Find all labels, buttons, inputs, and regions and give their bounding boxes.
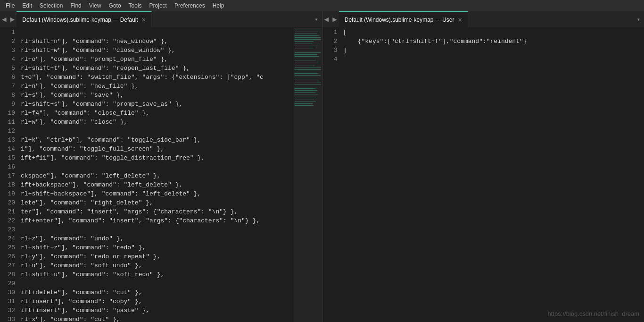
svg-rect-16 (295, 62, 318, 62)
code-line: rl+z"], "command": "undo" }, (21, 234, 294, 243)
line-number: 30 (2, 288, 15, 297)
line-number: 31 (2, 297, 15, 306)
tab-left-dropdown[interactable]: ▾ (311, 16, 322, 23)
line-numbers-left: 1234567891011121314151617181920212223242… (0, 28, 19, 322)
line-number: 33 (2, 315, 15, 322)
code-line: ] (343, 46, 644, 55)
svg-rect-34 (295, 103, 313, 104)
menu-help[interactable]: Help (209, 1, 228, 10)
line-number: 13 (2, 136, 15, 144)
pane-left-prev[interactable]: ◀ (0, 15, 8, 24)
line-number: 3 (2, 46, 15, 55)
svg-rect-17 (295, 64, 321, 64)
line-numbers-right: 1234 (322, 28, 341, 322)
code-line: rl+n"], "command": "new_file" }, (21, 82, 294, 91)
line-number: 21 (2, 207, 15, 216)
code-line: ift+f11"], "command": "toggle_distractio… (21, 153, 294, 162)
pane-right-next[interactable]: ▶ (330, 15, 339, 24)
code-line: ift+backspace"], "command": "left_delete… (21, 180, 294, 189)
code-line: rl+shift+z"], "command": "redo" }, (21, 243, 294, 252)
line-number: 24 (2, 234, 15, 243)
line-number: 20 (2, 198, 15, 207)
svg-rect-29 (295, 92, 315, 93)
line-number: 25 (2, 243, 15, 252)
code-line: rl+shift+n"], "command": "new_window" }, (21, 37, 294, 46)
code-line: rl+shift+w"], "command": "close_window" … (21, 46, 294, 55)
tab-left-default[interactable]: Default (Windows).sublime-keymap — Defau… (17, 11, 152, 28)
svg-rect-18 (295, 66, 314, 66)
code-line (21, 279, 294, 288)
svg-rect-33 (295, 102, 316, 102)
line-number: 7 (2, 82, 15, 91)
code-line: rl+k", "ctrl+b"], "command": "toggle_sid… (21, 136, 294, 144)
code-line: rl+o"], "command": "prompt_open_file" }, (21, 55, 294, 64)
menu-selection[interactable]: Selection (36, 1, 66, 10)
code-line: lete"], "command": "right_delete" }, (21, 198, 294, 207)
tab-right-label: Default (Windows).sublime-keymap — User (345, 17, 454, 23)
menu-view[interactable]: View (85, 1, 105, 10)
pane-left: ◀ ▶ Default (Windows).sublime-keymap — D… (0, 11, 322, 322)
svg-rect-27 (295, 88, 315, 89)
svg-rect-3 (295, 34, 317, 34)
menu-edit[interactable]: Edit (18, 1, 36, 10)
line-number: 22 (2, 216, 15, 225)
line-number: 26 (2, 252, 15, 261)
line-number: 23 (2, 225, 15, 234)
minimap-left[interactable] (294, 28, 322, 322)
code-line: rl+y"], "command": "redo_or_repeat" }, (21, 252, 294, 261)
tab-left-label: Default (Windows).sublime-keymap — Defau… (22, 17, 138, 23)
tab-right-dropdown[interactable]: ▾ (633, 16, 644, 23)
tab-bar-left: ◀ ▶ Default (Windows).sublime-keymap — D… (0, 11, 322, 28)
line-number: 2 (324, 37, 338, 46)
svg-rect-35 (295, 105, 314, 106)
code-line: 1"], "command": "toggle_full_screen" }, (21, 144, 294, 153)
svg-rect-21 (295, 73, 318, 74)
code-line: rl+u"], "command": "soft_undo" }, (21, 261, 294, 270)
svg-rect-26 (295, 85, 321, 85)
line-number: 18 (2, 180, 15, 189)
svg-rect-8 (295, 43, 313, 43)
code-content-left[interactable]: rl+shift+n"], "command": "new_window" },… (19, 28, 294, 322)
pane-right: ◀ ▶ Default (Windows).sublime-keymap — U… (322, 11, 644, 322)
code-line (21, 28, 294, 37)
code-line (21, 225, 294, 234)
line-number: 28 (2, 270, 15, 279)
svg-rect-0 (294, 28, 322, 322)
line-number: 1 (2, 28, 15, 37)
code-line: ckspace"], "command": "left_delete" }, (21, 171, 294, 180)
svg-rect-13 (295, 54, 317, 55)
code-line: rl+shift+u"], "command": "soft_redo" }, (21, 270, 294, 279)
tab-right-user[interactable]: Default (Windows).sublime-keymap — User … (339, 11, 468, 28)
menubar: File Edit Selection Find View Goto Tools… (0, 0, 644, 11)
code-content-right[interactable]: [ {"keys":["ctrl+shift+f"],"command":"re… (341, 28, 644, 322)
menu-file[interactable]: File (2, 1, 18, 10)
svg-rect-24 (295, 81, 319, 81)
code-line: rl+shift+backspace"], "command": "left_d… (21, 189, 294, 198)
svg-rect-30 (295, 94, 318, 94)
menu-tools[interactable]: Tools (125, 1, 146, 10)
menu-find[interactable]: Find (66, 1, 85, 10)
tab-left-close[interactable]: × (142, 16, 146, 24)
menu-preferences[interactable]: Preferences (171, 1, 209, 10)
svg-rect-19 (295, 68, 321, 68)
pane-left-next[interactable]: ▶ (8, 15, 17, 24)
code-line: [ (343, 28, 644, 37)
tab-right-close[interactable]: × (458, 16, 462, 24)
svg-rect-5 (295, 37, 321, 38)
line-number: 3 (324, 46, 338, 55)
line-number: 4 (2, 55, 15, 64)
svg-rect-32 (295, 100, 314, 100)
code-line: rl+w"], "command": "close" }, (21, 118, 294, 127)
code-line: {"keys":["ctrl+shift+f"],"command":"rein… (343, 37, 644, 46)
svg-rect-12 (295, 52, 321, 53)
code-line: ift+insert"], "command": "paste" }, (21, 306, 294, 315)
svg-rect-28 (295, 90, 317, 91)
code-line: rl+insert"], "command": "copy" }, (21, 297, 294, 306)
menu-project[interactable]: Project (146, 1, 171, 10)
svg-rect-22 (295, 75, 321, 76)
svg-rect-6 (295, 39, 321, 40)
svg-rect-1 (295, 30, 321, 30)
menu-goto[interactable]: Goto (105, 1, 125, 10)
code-line: rl+shift+s"], "command": "prompt_save_as… (21, 100, 294, 109)
pane-right-prev[interactable]: ◀ (322, 15, 331, 24)
